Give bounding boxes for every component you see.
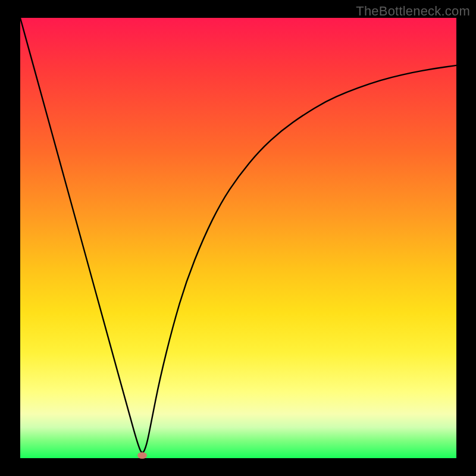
min-marker [137, 452, 147, 459]
watermark-text: TheBottleneck.com [356, 4, 470, 19]
bottleneck-curve [20, 18, 456, 458]
curve-path [20, 18, 456, 453]
plot-area [20, 18, 456, 458]
figure-frame: TheBottleneck.com [0, 0, 476, 476]
